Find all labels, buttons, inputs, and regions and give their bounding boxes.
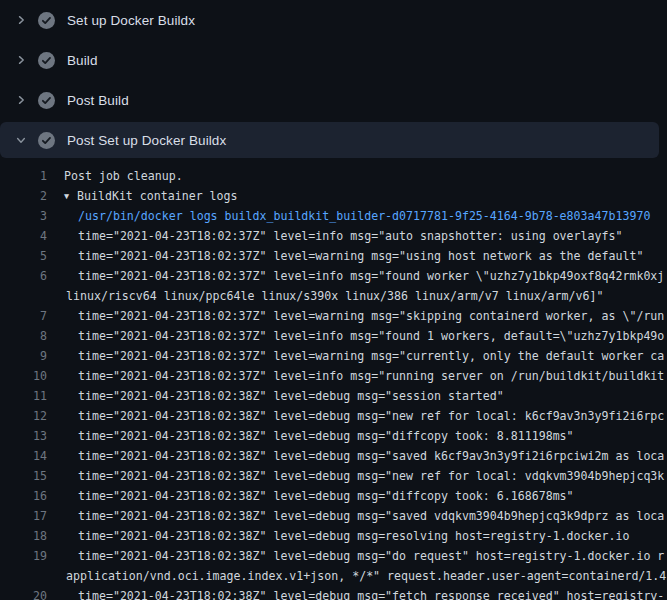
log-text: time="2021-04-23T18:02:38Z" level=debug … — [78, 586, 664, 600]
step-row-post-build[interactable]: Post Build — [0, 80, 659, 120]
log-line: 7time="2021-04-23T18:02:37Z" level=warni… — [0, 306, 667, 326]
log-text: time="2021-04-23T18:02:38Z" level=debug … — [78, 526, 629, 546]
log-text-wrap: linux/riscv64 linux/ppc64le linux/s390x … — [66, 286, 603, 306]
log-line-number[interactable]: 15 — [0, 466, 47, 486]
log-line: 17time="2021-04-23T18:02:38Z" level=debu… — [0, 506, 667, 526]
log-line-wrap: application/vnd.oci.image.index.v1+json,… — [0, 566, 667, 586]
log-group-label-text: BuildKit container logs — [77, 189, 238, 203]
log-line-number[interactable]: 2 — [0, 186, 47, 206]
log-line: 15time="2021-04-23T18:02:38Z" level=debu… — [0, 466, 667, 486]
log-text: time="2021-04-23T18:02:37Z" level=info m… — [78, 366, 664, 386]
log-text-wrap: application/vnd.oci.image.index.v1+json,… — [66, 566, 666, 586]
log-line: 1Post job cleanup. — [0, 166, 667, 186]
log-line: 2▼BuildKit container logs — [0, 186, 667, 206]
log-line: 16time="2021-04-23T18:02:38Z" level=debu… — [0, 486, 667, 506]
log-line: 11time="2021-04-23T18:02:38Z" level=debu… — [0, 386, 667, 406]
log-text: time="2021-04-23T18:02:37Z" level=info m… — [78, 226, 622, 246]
step-row-post-set-up-docker-buildx[interactable]: Post Set up Docker Buildx — [0, 122, 659, 158]
log-line-number[interactable]: 10 — [0, 366, 47, 386]
log-line: 10time="2021-04-23T18:02:37Z" level=info… — [0, 366, 667, 386]
check-circle-icon — [38, 12, 55, 29]
log-group-label[interactable]: ▼BuildKit container logs — [64, 186, 238, 206]
step-title: Post Set up Docker Buildx — [67, 133, 226, 148]
log-line: 13time="2021-04-23T18:02:38Z" level=debu… — [0, 426, 667, 446]
steps-list: Set up Docker BuildxBuildPost BuildPost … — [0, 0, 667, 160]
log-text: time="2021-04-23T18:02:38Z" level=debug … — [78, 506, 664, 526]
log-line: 4time="2021-04-23T18:02:37Z" level=info … — [0, 226, 667, 246]
step-title: Post Build — [67, 93, 129, 108]
log-line-number[interactable]: 1 — [0, 166, 47, 186]
step-title: Build — [67, 53, 98, 68]
check-circle-icon — [38, 92, 55, 109]
log-line: 18time="2021-04-23T18:02:38Z" level=debu… — [0, 526, 667, 546]
log-area: 1Post job cleanup.2▼BuildKit container l… — [0, 160, 667, 600]
log-line: 12time="2021-04-23T18:02:38Z" level=debu… — [0, 406, 667, 426]
log-line-number[interactable]: 19 — [0, 546, 47, 566]
step-slot: Post Build — [0, 80, 667, 120]
log-line-number[interactable]: 20 — [0, 586, 47, 600]
step-row-set-up-docker-buildx[interactable]: Set up Docker Buildx — [0, 0, 659, 40]
step-slot: Build — [0, 40, 667, 80]
log-line: 3/usr/bin/docker logs buildx_buildkit_bu… — [0, 206, 667, 226]
step-row-build[interactable]: Build — [0, 40, 659, 80]
log-command-text: /usr/bin/docker logs buildx_buildkit_bui… — [78, 206, 650, 226]
step-title: Set up Docker Buildx — [67, 13, 195, 28]
log-text: Post job cleanup. — [64, 166, 183, 186]
log-text: time="2021-04-23T18:02:38Z" level=debug … — [78, 386, 504, 406]
log-line: 5time="2021-04-23T18:02:37Z" level=warni… — [0, 246, 667, 266]
log-line-number[interactable]: 16 — [0, 486, 47, 506]
log-line-number[interactable]: 3 — [0, 206, 47, 226]
log-line-number[interactable]: 4 — [0, 226, 47, 246]
chevron-down-icon — [14, 134, 27, 147]
log-text: time="2021-04-23T18:02:38Z" level=debug … — [78, 466, 664, 486]
log-text: time="2021-04-23T18:02:38Z" level=debug … — [78, 446, 664, 466]
log-line: 19time="2021-04-23T18:02:38Z" level=debu… — [0, 546, 667, 566]
check-circle-icon — [38, 132, 55, 149]
log-text: time="2021-04-23T18:02:37Z" level=warnin… — [78, 346, 664, 366]
log-line: 9time="2021-04-23T18:02:37Z" level=warni… — [0, 346, 667, 366]
log-line: 8time="2021-04-23T18:02:37Z" level=info … — [0, 326, 667, 346]
log-line-number-empty — [0, 566, 47, 586]
log-line-number-empty — [0, 286, 47, 306]
log-line: 14time="2021-04-23T18:02:38Z" level=debu… — [0, 446, 667, 466]
chevron-right-icon — [14, 94, 27, 107]
log-text: time="2021-04-23T18:02:38Z" level=debug … — [78, 426, 574, 446]
log-text: time="2021-04-23T18:02:37Z" level=warnin… — [78, 246, 643, 266]
log-line-number[interactable]: 5 — [0, 246, 47, 266]
log-line-number[interactable]: 14 — [0, 446, 47, 466]
chevron-right-icon — [14, 14, 27, 27]
log-line-number[interactable]: 8 — [0, 326, 47, 346]
log-line: 20time="2021-04-23T18:02:38Z" level=debu… — [0, 586, 667, 600]
log-line-number[interactable]: 6 — [0, 266, 47, 286]
check-circle-icon — [38, 52, 55, 69]
step-slot: Post Set up Docker Buildx — [0, 120, 667, 160]
log-text: time="2021-04-23T18:02:37Z" level=warnin… — [78, 306, 664, 326]
log-text: time="2021-04-23T18:02:37Z" level=info m… — [78, 266, 664, 286]
log-line-number[interactable]: 17 — [0, 506, 47, 526]
log-text: time="2021-04-23T18:02:38Z" level=debug … — [78, 406, 664, 426]
log-line-number[interactable]: 7 — [0, 306, 47, 326]
step-slot: Set up Docker Buildx — [0, 0, 667, 40]
log-line-wrap: linux/riscv64 linux/ppc64le linux/s390x … — [0, 286, 667, 306]
triangle-down-icon[interactable]: ▼ — [64, 186, 77, 206]
log-line-number[interactable]: 9 — [0, 346, 47, 366]
log-text: time="2021-04-23T18:02:37Z" level=info m… — [78, 326, 664, 346]
log-text: time="2021-04-23T18:02:38Z" level=debug … — [78, 486, 574, 506]
log-line-number[interactable]: 12 — [0, 406, 47, 426]
log-line: 6time="2021-04-23T18:02:37Z" level=info … — [0, 266, 667, 286]
log-line-number[interactable]: 18 — [0, 526, 47, 546]
chevron-right-icon — [14, 54, 27, 67]
log-line-number[interactable]: 13 — [0, 426, 47, 446]
log-line-number[interactable]: 11 — [0, 386, 47, 406]
log-text: time="2021-04-23T18:02:38Z" level=debug … — [78, 546, 664, 566]
